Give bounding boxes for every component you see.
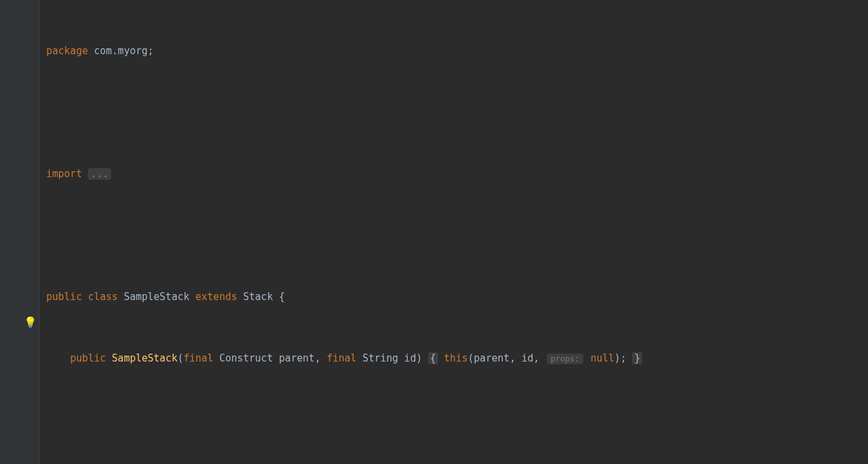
code-line <box>46 225 868 246</box>
code-editor[interactable]: 💡 package com.myorg; import ... public c… <box>0 0 868 464</box>
lightbulb-icon[interactable]: 💡 <box>24 312 37 332</box>
code-line <box>46 102 868 123</box>
code-line: package com.myorg; <box>46 41 868 61</box>
code-line <box>46 410 868 430</box>
param-hint: props: <box>547 354 583 364</box>
code-line: import ... <box>46 164 868 184</box>
code-line: public class SampleStack extends Stack { <box>46 287 868 307</box>
code-area[interactable]: package com.myorg; import ... public cla… <box>40 0 868 464</box>
code-line: public SampleStack(final Construct paren… <box>46 348 868 369</box>
editor-gutter: 💡 <box>0 0 40 464</box>
folded-region[interactable]: ... <box>88 168 111 180</box>
